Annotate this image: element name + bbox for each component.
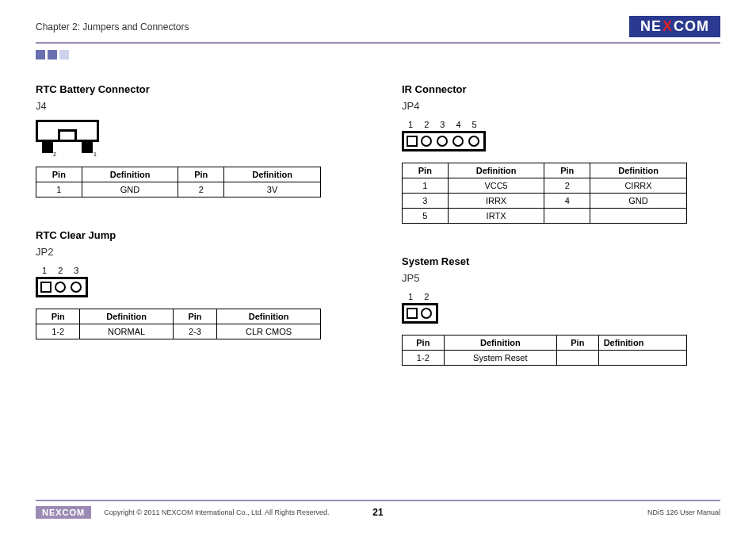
th-def: Definition — [224, 167, 321, 182]
logo-post: COM — [674, 18, 709, 35]
right-column: IR Connector JP4 1 2 3 4 5 Pin Definitio… — [402, 83, 720, 397]
jp2-diagram — [36, 277, 354, 297]
rtc-battery-section: RTC Battery Connector J4 2 1 Pin Definit… — [36, 83, 354, 197]
chapter-title: Chapter 2: Jumpers and Connectors — [36, 21, 189, 33]
section-sub: JP2 — [36, 246, 354, 258]
pin-label-2: 2 — [53, 151, 56, 157]
section-title: System Reset — [402, 255, 720, 267]
logo-pre: NE — [640, 18, 662, 35]
rtc-clear-table: Pin Definition Pin Definition 1-2 NORMAL… — [36, 309, 321, 339]
jp4-diagram — [402, 131, 720, 151]
th-pin: Pin — [36, 167, 82, 182]
pin-label-1: 1 — [94, 151, 97, 157]
section-title: RTC Clear Jump — [36, 229, 354, 241]
page-number: 21 — [372, 507, 383, 518]
doc-name: NDiS 126 User Manual — [647, 508, 720, 516]
copyright-text: Copyright © 2011 NEXCOM International Co… — [104, 508, 329, 516]
ir-connector-section: IR Connector JP4 1 2 3 4 5 Pin Definitio… — [402, 83, 720, 224]
logo-x: X — [662, 18, 673, 35]
section-sub: J4 — [36, 100, 354, 112]
system-reset-section: System Reset JP5 1 2 Pin Definition Pin … — [402, 255, 720, 366]
ir-table: Pin Definition Pin Definition 1 VCC5 2 C… — [402, 163, 687, 224]
pin-labels: 1 2 3 4 5 — [402, 120, 720, 129]
footer-logo: NEXCOM — [36, 506, 91, 519]
page-footer: NEXCOM Copyright © 2011 NEXCOM Internati… — [36, 500, 720, 519]
nexcom-logo: NEXCOM — [629, 16, 720, 37]
left-column: RTC Battery Connector J4 2 1 Pin Definit… — [36, 83, 354, 397]
rtc-battery-table: Pin Definition Pin Definition 1 GND 2 3V — [36, 167, 321, 197]
j4-diagram: 2 1 — [36, 120, 99, 155]
decorative-squares — [36, 50, 720, 59]
section-title: IR Connector — [402, 83, 720, 95]
section-sub: JP5 — [402, 272, 720, 284]
pin-labels: 1 2 — [402, 292, 720, 301]
rtc-clear-section: RTC Clear Jump JP2 1 2 3 Pin Definition … — [36, 229, 354, 339]
content: RTC Battery Connector J4 2 1 Pin Definit… — [36, 83, 720, 397]
reset-table: Pin Definition Pin Definition 1-2 System… — [402, 335, 687, 366]
page-header: Chapter 2: Jumpers and Connectors NEXCOM — [36, 16, 720, 44]
th-def: Definition — [82, 167, 178, 182]
th-pin: Pin — [178, 167, 224, 182]
footer-left: NEXCOM Copyright © 2011 NEXCOM Internati… — [36, 506, 330, 519]
pin-labels: 1 2 3 — [36, 266, 354, 275]
section-sub: JP4 — [402, 100, 720, 112]
jp5-diagram — [402, 303, 720, 324]
section-title: RTC Battery Connector — [36, 83, 354, 95]
